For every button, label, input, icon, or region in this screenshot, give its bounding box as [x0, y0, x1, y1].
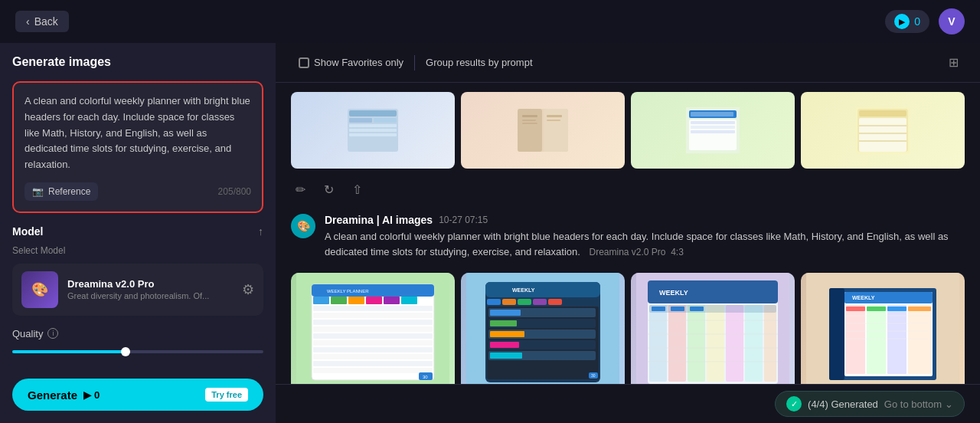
bottom-image-row: WEEKLY PLANNER	[291, 273, 965, 384]
svg-rect-39	[313, 306, 433, 311]
avatar[interactable]: V	[939, 8, 965, 34]
svg-rect-5	[349, 129, 397, 132]
image-icon: 📷	[32, 186, 44, 197]
sidebar-title: Generate images	[12, 55, 263, 69]
avatar-letter: V	[948, 15, 955, 28]
svg-rect-11	[522, 120, 536, 121]
generated-image-2[interactable]: WEEKLY	[461, 273, 625, 384]
model-info: Dreamina v2.0 Pro Great diversity and ph…	[67, 278, 233, 300]
prompt-box[interactable]: A clean and colorful weekly planner with…	[12, 81, 263, 213]
entry-avatar: 🎨	[291, 214, 315, 238]
entry-prompt: A clean and colorful weekly planner with…	[325, 229, 965, 259]
edit-button-top[interactable]: ✏	[291, 179, 310, 200]
svg-rect-48	[313, 368, 433, 373]
svg-rect-100	[887, 305, 906, 374]
svg-text:WEEKLY: WEEKLY	[659, 289, 688, 297]
quality-slider[interactable]	[12, 350, 263, 353]
top-image-3[interactable]	[631, 92, 795, 169]
go-bottom-label: Go to bottom	[884, 398, 942, 410]
model-desc: Great diversity and photorealism. Of...	[67, 291, 233, 300]
credits-bolt-icon: ▶	[83, 389, 91, 401]
generate-left: Generate ▶ 0	[28, 389, 100, 402]
svg-rect-17	[691, 112, 733, 116]
group-results-toggle[interactable]: Group results by prompt	[418, 54, 540, 71]
svg-rect-94	[829, 288, 844, 380]
generate-credits: ▶ 0	[83, 389, 100, 401]
main-layout: Generate images A clean and colorful wee…	[0, 43, 980, 423]
svg-rect-68	[490, 331, 524, 337]
svg-rect-82	[745, 305, 763, 382]
share-button-top[interactable]: ⇧	[348, 179, 367, 200]
generate-button[interactable]: Generate ▶ 0 Try free	[12, 379, 263, 411]
prompt-entry: 🎨 Dreamina | AI images 10-27 07:15 A cle…	[291, 205, 965, 265]
show-favorites-toggle[interactable]: Show Favorites only	[291, 54, 411, 71]
svg-rect-80	[707, 305, 724, 382]
model-section: Model ↑ Select Model 🎨 Dreamina v2.0 Pro…	[12, 225, 263, 316]
sidebar: Generate images A clean and colorful wee…	[0, 43, 276, 423]
grid-layout-button[interactable]: ⊞	[942, 52, 965, 73]
svg-rect-53	[485, 282, 600, 297]
svg-rect-1	[349, 110, 397, 116]
svg-rect-67	[490, 320, 517, 326]
svg-rect-36	[366, 297, 382, 304]
svg-rect-21	[691, 130, 735, 133]
refresh-button-top[interactable]: ↻	[319, 179, 338, 200]
go-to-bottom-button[interactable]: Go to bottom ⌄	[884, 398, 953, 410]
prompt-footer: 📷 Reference 205/800	[24, 182, 251, 201]
select-model-label: Select Model	[12, 245, 263, 256]
svg-rect-83	[764, 305, 776, 382]
top-image-4[interactable]	[801, 92, 965, 169]
svg-rect-43	[313, 333, 433, 339]
content-topbar: Show Favorites only Group results by pro…	[276, 43, 980, 83]
topbar-left: Show Favorites only Group results by pro…	[291, 54, 541, 71]
svg-rect-20	[691, 126, 735, 129]
entry-name: Dreamina | AI images	[325, 214, 433, 226]
svg-rect-103	[867, 307, 886, 311]
generate-label: Generate	[28, 389, 77, 402]
check-icon: ✓	[786, 396, 802, 412]
settings-icon[interactable]: ⚙	[242, 281, 254, 298]
svg-rect-4	[349, 124, 397, 127]
svg-rect-14	[547, 120, 560, 121]
svg-text:30: 30	[591, 373, 596, 378]
entry-info: Dreamina | AI images 10-27 07:15 A clean…	[325, 214, 965, 259]
back-button[interactable]: ‹ Back	[15, 11, 69, 32]
slider-fill	[12, 350, 126, 353]
quality-label: Quality	[12, 328, 43, 339]
svg-rect-24	[859, 110, 906, 116]
svg-rect-40	[313, 313, 433, 318]
svg-rect-38	[401, 297, 417, 304]
svg-rect-81	[726, 305, 743, 382]
toggle-checkbox-icon	[299, 57, 309, 68]
top-image-row	[291, 92, 965, 169]
svg-rect-66	[490, 310, 521, 316]
credits-count: 0	[914, 15, 920, 28]
prompt-textarea[interactable]: A clean and colorful weekly planner with…	[24, 93, 251, 173]
model-card[interactable]: 🎨 Dreamina v2.0 Pro Great diversity and …	[12, 264, 263, 316]
generated-image-1[interactable]: WEEKLY PLANNER	[291, 273, 455, 384]
top-image-2[interactable]	[461, 92, 625, 169]
back-label: Back	[34, 15, 58, 28]
svg-rect-13	[547, 115, 562, 117]
svg-rect-104	[887, 307, 906, 311]
svg-rect-84	[649, 305, 776, 313]
svg-rect-79	[688, 305, 705, 382]
entry-header: Dreamina | AI images 10-27 07:15	[325, 214, 965, 226]
svg-rect-101	[908, 305, 931, 374]
generated-image-3[interactable]: WEEKLY	[631, 273, 795, 384]
generated-image-4[interactable]: WEEKLY	[801, 273, 965, 384]
top-image-1[interactable]	[291, 92, 455, 169]
svg-rect-10	[522, 115, 537, 117]
svg-rect-44	[313, 340, 433, 346]
svg-rect-91	[690, 307, 704, 311]
model-section-title: Model	[12, 225, 43, 238]
model-name: Dreamina v2.0 Pro	[67, 278, 233, 290]
svg-rect-102	[846, 307, 865, 311]
show-favorites-label: Show Favorites only	[314, 57, 403, 68]
generated-label: (4/4) Generated	[808, 398, 878, 410]
entry-date: 10-27 07:15	[439, 215, 488, 225]
gallery-section: ✏ ↻ ⇧ 🎨 Dreamina | AI images 10-27 07:15	[276, 83, 980, 384]
svg-rect-41	[313, 320, 433, 325]
svg-rect-12	[522, 123, 537, 124]
reference-button[interactable]: 📷 Reference	[24, 182, 98, 201]
